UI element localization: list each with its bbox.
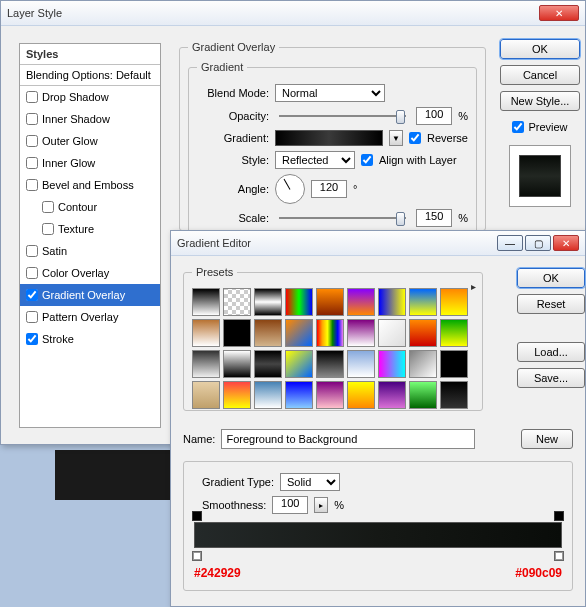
preset-swatch[interactable] bbox=[254, 319, 282, 347]
preset-swatch[interactable] bbox=[192, 319, 220, 347]
preset-swatch[interactable] bbox=[192, 288, 220, 316]
preset-swatch[interactable] bbox=[440, 288, 468, 316]
smoothness-arrow-icon[interactable]: ▸ bbox=[314, 497, 328, 513]
gradient-bar[interactable] bbox=[194, 522, 562, 548]
preset-swatch[interactable] bbox=[347, 319, 375, 347]
style-select[interactable]: Reflected bbox=[275, 151, 355, 169]
preset-swatch[interactable] bbox=[316, 381, 344, 409]
preset-swatch[interactable] bbox=[254, 288, 282, 316]
preset-swatch[interactable] bbox=[378, 319, 406, 347]
preset-swatch[interactable] bbox=[409, 381, 437, 409]
preview-label: Preview bbox=[528, 121, 567, 133]
style-item-inner-glow[interactable]: Inner Glow bbox=[20, 152, 160, 174]
chevron-down-icon[interactable]: ▼ bbox=[389, 130, 403, 146]
style-item-stroke[interactable]: Stroke bbox=[20, 328, 160, 350]
ge-ok-button[interactable]: OK bbox=[517, 268, 585, 288]
style-item-satin[interactable]: Satin bbox=[20, 240, 160, 262]
gradient-type-select[interactable]: Solid bbox=[280, 473, 340, 491]
angle-dial[interactable] bbox=[275, 174, 305, 204]
scale-slider[interactable] bbox=[279, 217, 406, 219]
preset-swatch[interactable] bbox=[440, 381, 468, 409]
style-checkbox[interactable] bbox=[42, 201, 54, 213]
color-stop-right[interactable] bbox=[554, 551, 564, 561]
opacity-stop-left[interactable] bbox=[192, 511, 202, 521]
close-icon[interactable]: ✕ bbox=[553, 235, 579, 251]
preset-swatch[interactable] bbox=[285, 350, 313, 378]
style-checkbox[interactable] bbox=[26, 267, 38, 279]
preset-swatch[interactable] bbox=[285, 381, 313, 409]
preset-swatch[interactable] bbox=[316, 319, 344, 347]
style-item-drop-shadow[interactable]: Drop Shadow bbox=[20, 86, 160, 108]
smoothness-value[interactable]: 100 bbox=[272, 496, 308, 514]
gradient-swatch[interactable] bbox=[275, 130, 383, 146]
style-checkbox[interactable] bbox=[26, 113, 38, 125]
style-checkbox[interactable] bbox=[26, 289, 38, 301]
ok-button[interactable]: OK bbox=[500, 39, 580, 59]
preset-swatch[interactable] bbox=[378, 288, 406, 316]
styles-header[interactable]: Styles bbox=[20, 44, 160, 64]
opacity-value[interactable]: 100 bbox=[416, 107, 452, 125]
opacity-stop-right[interactable] bbox=[554, 511, 564, 521]
preset-swatch[interactable] bbox=[254, 350, 282, 378]
preset-swatch[interactable] bbox=[316, 288, 344, 316]
preset-swatch[interactable] bbox=[409, 288, 437, 316]
color-stop-left[interactable] bbox=[192, 551, 202, 561]
style-checkbox[interactable] bbox=[26, 333, 38, 345]
preset-swatch[interactable] bbox=[254, 381, 282, 409]
preset-swatch[interactable] bbox=[347, 288, 375, 316]
style-checkbox[interactable] bbox=[42, 223, 54, 235]
close-icon[interactable]: ✕ bbox=[539, 5, 579, 21]
preview-checkbox[interactable] bbox=[512, 121, 524, 133]
preset-swatch[interactable] bbox=[409, 350, 437, 378]
gradient-editor-titlebar[interactable]: Gradient Editor — ▢ ✕ bbox=[171, 231, 585, 256]
scale-value[interactable]: 150 bbox=[416, 209, 452, 227]
reverse-checkbox[interactable] bbox=[409, 132, 421, 144]
preset-swatch[interactable] bbox=[223, 319, 251, 347]
preset-swatch[interactable] bbox=[347, 350, 375, 378]
preset-swatch[interactable] bbox=[285, 319, 313, 347]
style-checkbox[interactable] bbox=[26, 311, 38, 323]
preset-swatch[interactable] bbox=[192, 381, 220, 409]
style-checkbox[interactable] bbox=[26, 245, 38, 257]
angle-value[interactable]: 120 bbox=[311, 180, 347, 198]
opacity-slider[interactable] bbox=[279, 115, 406, 117]
style-item-pattern-overlay[interactable]: Pattern Overlay bbox=[20, 306, 160, 328]
style-checkbox[interactable] bbox=[26, 91, 38, 103]
preset-swatch[interactable] bbox=[347, 381, 375, 409]
preset-swatch[interactable] bbox=[223, 381, 251, 409]
style-checkbox[interactable] bbox=[26, 135, 38, 147]
style-item-outer-glow[interactable]: Outer Glow bbox=[20, 130, 160, 152]
layer-style-titlebar[interactable]: Layer Style ✕ bbox=[1, 1, 585, 26]
preset-swatch[interactable] bbox=[285, 288, 313, 316]
cancel-button[interactable]: Cancel bbox=[500, 65, 580, 85]
style-checkbox[interactable] bbox=[26, 179, 38, 191]
style-item-gradient-overlay[interactable]: Gradient Overlay bbox=[20, 284, 160, 306]
preset-swatch[interactable] bbox=[440, 350, 468, 378]
ge-new-button[interactable]: New bbox=[521, 429, 573, 449]
ge-save-button[interactable]: Save... bbox=[517, 368, 585, 388]
align-checkbox[interactable] bbox=[361, 154, 373, 166]
style-checkbox[interactable] bbox=[26, 157, 38, 169]
style-item-color-overlay[interactable]: Color Overlay bbox=[20, 262, 160, 284]
style-item-inner-shadow[interactable]: Inner Shadow bbox=[20, 108, 160, 130]
preset-swatch[interactable] bbox=[409, 319, 437, 347]
blend-mode-select[interactable]: Normal bbox=[275, 84, 385, 102]
gradient-name-input[interactable] bbox=[221, 429, 475, 449]
maximize-icon[interactable]: ▢ bbox=[525, 235, 551, 251]
preset-swatch[interactable] bbox=[192, 350, 220, 378]
new-style-button[interactable]: New Style... bbox=[500, 91, 580, 111]
ge-reset-button[interactable]: Reset bbox=[517, 294, 585, 314]
preset-swatch[interactable] bbox=[440, 319, 468, 347]
ge-load-button[interactable]: Load... bbox=[517, 342, 585, 362]
minimize-icon[interactable]: — bbox=[497, 235, 523, 251]
preset-swatch[interactable] bbox=[378, 381, 406, 409]
style-item-contour[interactable]: Contour bbox=[20, 196, 160, 218]
presets-menu-icon[interactable]: ▸ bbox=[471, 281, 476, 292]
style-item-bevel-and-emboss[interactable]: Bevel and Emboss bbox=[20, 174, 160, 196]
preset-swatch[interactable] bbox=[223, 288, 251, 316]
style-item-texture[interactable]: Texture bbox=[20, 218, 160, 240]
blending-options[interactable]: Blending Options: Default bbox=[20, 64, 160, 86]
preset-swatch[interactable] bbox=[316, 350, 344, 378]
preset-swatch[interactable] bbox=[378, 350, 406, 378]
preset-swatch[interactable] bbox=[223, 350, 251, 378]
